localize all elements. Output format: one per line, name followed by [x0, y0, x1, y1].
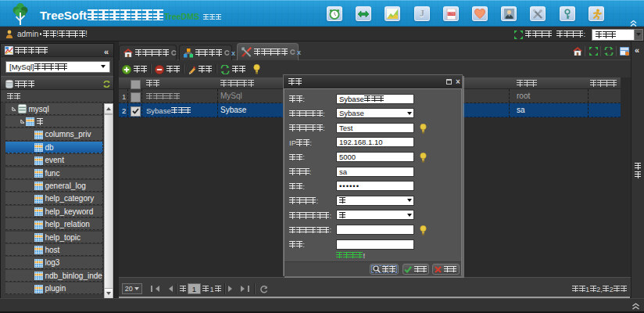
svg-text:LOG: LOG: [448, 12, 454, 16]
